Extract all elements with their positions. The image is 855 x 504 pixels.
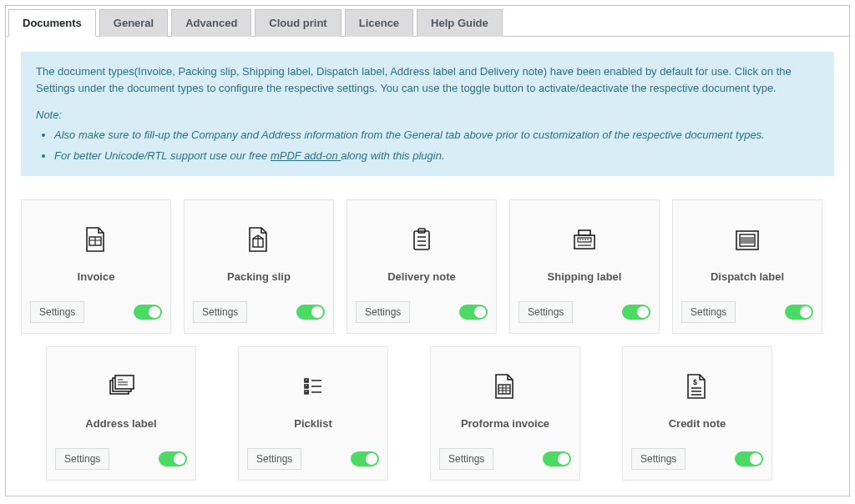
doc-card-creditnote: Credit noteSettings bbox=[622, 346, 772, 481]
settings-button[interactable]: Settings bbox=[631, 448, 686, 470]
info-box: The document types(Invoice, Packing slip… bbox=[21, 52, 834, 176]
settings-button[interactable]: Settings bbox=[356, 301, 410, 323]
card-footer: Settings bbox=[30, 301, 162, 323]
dispatchlabel-icon bbox=[732, 215, 762, 265]
card-title: Picklist bbox=[294, 417, 332, 430]
tabs-bar: DocumentsGeneralAdvancedCloud printLicen… bbox=[6, 6, 849, 37]
settings-button[interactable]: Settings bbox=[30, 301, 84, 323]
enable-toggle[interactable] bbox=[159, 451, 187, 466]
doc-card-packingslip: Packing slipSettings bbox=[184, 199, 334, 334]
card-title: Delivery note bbox=[387, 270, 456, 283]
card-footer: Settings bbox=[193, 301, 325, 323]
note-item: Also make sure to fill-up the Company an… bbox=[54, 127, 819, 144]
content-area: The document types(Invoice, Packing slip… bbox=[6, 37, 849, 496]
card-footer: Settings bbox=[439, 448, 571, 470]
doc-card-addresslabel: Address labelSettings bbox=[46, 346, 196, 481]
card-footer: Settings bbox=[356, 301, 488, 323]
shippinglabel-icon bbox=[569, 215, 600, 265]
cards-row-2: Address labelSettingsPicklistSettingsPro… bbox=[21, 346, 834, 481]
doc-card-proforma: Proforma invoiceSettings bbox=[430, 346, 580, 481]
proforma-icon bbox=[490, 362, 520, 412]
card-footer: Settings bbox=[247, 448, 379, 470]
card-footer: Settings bbox=[631, 448, 763, 470]
deliverynote-icon bbox=[407, 215, 437, 265]
card-title: Proforma invoice bbox=[461, 417, 549, 430]
card-title: Credit note bbox=[669, 417, 726, 430]
doc-card-invoice: InvoiceSettings bbox=[21, 199, 171, 334]
card-title: Packing slip bbox=[227, 270, 291, 283]
tab-help-guide[interactable]: Help Guide bbox=[417, 9, 503, 37]
enable-toggle[interactable] bbox=[351, 451, 379, 466]
enable-toggle[interactable] bbox=[735, 451, 763, 466]
doc-card-shippinglabel: Shipping labelSettings bbox=[509, 199, 660, 334]
card-footer: Settings bbox=[55, 448, 187, 470]
card-footer: Settings bbox=[681, 301, 813, 323]
settings-panel: DocumentsGeneralAdvancedCloud printLicen… bbox=[5, 5, 850, 496]
tab-licence[interactable]: Licence bbox=[345, 9, 413, 37]
packingslip-icon bbox=[244, 215, 274, 265]
addresslabel-icon bbox=[106, 362, 136, 412]
note-list: Also make sure to fill-up the Company an… bbox=[36, 127, 819, 164]
tab-cloud-print[interactable]: Cloud print bbox=[255, 9, 341, 37]
doc-card-dispatchlabel: Dispatch labelSettings bbox=[672, 199, 822, 334]
picklist-icon bbox=[298, 362, 328, 412]
card-title: Shipping label bbox=[548, 270, 622, 283]
enable-toggle[interactable] bbox=[785, 305, 813, 320]
card-title: Dispatch label bbox=[711, 270, 784, 283]
enable-toggle[interactable] bbox=[296, 305, 325, 320]
settings-button[interactable]: Settings bbox=[247, 448, 301, 470]
tab-general[interactable]: General bbox=[99, 9, 168, 37]
card-title: Address label bbox=[85, 417, 156, 430]
creditnote-icon bbox=[682, 362, 712, 412]
note-item: For better Unicode/RTL support use our f… bbox=[54, 148, 819, 164]
settings-button[interactable]: Settings bbox=[519, 301, 573, 323]
note-label: Note: bbox=[36, 107, 819, 123]
card-footer: Settings bbox=[519, 301, 650, 323]
settings-button[interactable]: Settings bbox=[55, 448, 109, 470]
doc-card-deliverynote: Delivery noteSettings bbox=[347, 199, 497, 334]
info-text: The document types(Invoice, Packing slip… bbox=[36, 65, 792, 94]
enable-toggle[interactable] bbox=[459, 305, 488, 320]
enable-toggle[interactable] bbox=[543, 451, 571, 466]
mpdf-link[interactable]: mPDF add-on bbox=[271, 149, 341, 162]
cards-row-1: InvoiceSettingsPacking slipSettingsDeliv… bbox=[21, 199, 834, 334]
enable-toggle[interactable] bbox=[134, 305, 162, 320]
settings-button[interactable]: Settings bbox=[439, 448, 493, 470]
doc-card-picklist: PicklistSettings bbox=[238, 346, 388, 481]
settings-button[interactable]: Settings bbox=[681, 301, 736, 323]
card-title: Invoice bbox=[78, 270, 115, 283]
tab-documents[interactable]: Documents bbox=[8, 9, 96, 37]
settings-button[interactable]: Settings bbox=[193, 301, 247, 323]
invoice-icon bbox=[81, 215, 111, 265]
tab-advanced[interactable]: Advanced bbox=[171, 9, 251, 37]
enable-toggle[interactable] bbox=[622, 305, 650, 320]
